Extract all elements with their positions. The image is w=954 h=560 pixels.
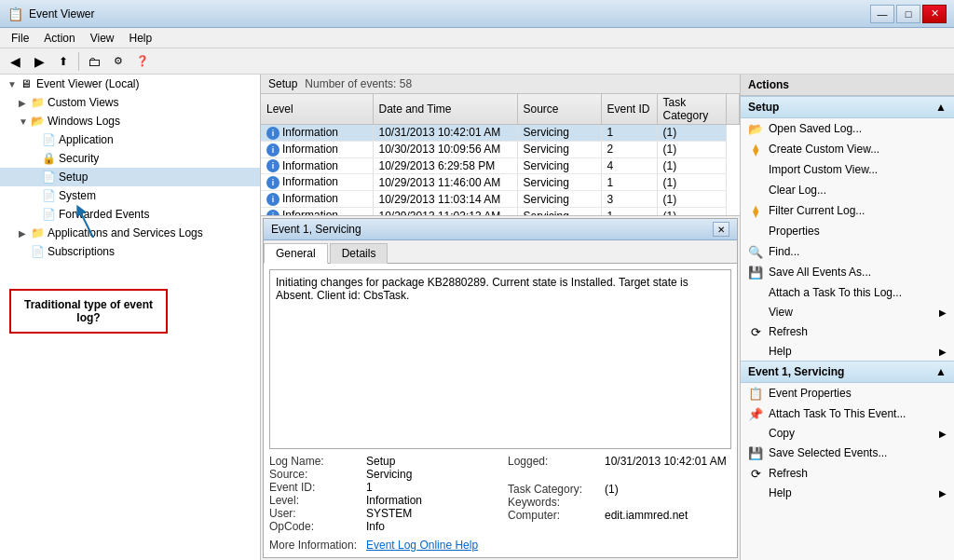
tree-item-app-services[interactable]: ▶ 📁 Applications and Services Logs — [0, 224, 260, 242]
action-refresh-event[interactable]: ⟳ Refresh — [741, 463, 954, 484]
tree-item-forwarded[interactable]: 📄 Forwarded Events — [0, 205, 260, 224]
action-open-saved-log[interactable]: 📂 Open Saved Log... — [741, 118, 954, 139]
minimize-button[interactable]: — — [870, 5, 894, 23]
cell-level: iInformation — [261, 174, 373, 191]
event-table: Level Date and Time Source Event ID Task… — [261, 94, 740, 215]
action-refresh-setup[interactable]: ⟳ Refresh — [741, 321, 954, 342]
action-filter-current-log[interactable]: ⧫ Filter Current Log... — [741, 200, 954, 221]
user-label: User: — [269, 507, 362, 520]
open-folder-icon: 📂 — [30, 114, 45, 129]
setup-section-header: Setup ▲ — [741, 96, 954, 118]
event-props-icon: 📋 — [748, 386, 763, 401]
tree-item-setup[interactable]: 📄 Setup — [0, 168, 260, 186]
action-save-selected-events[interactable]: 💾 Save Selected Events... — [741, 443, 954, 463]
open-icon: 📂 — [748, 121, 763, 136]
table-row[interactable]: iInformation 10/30/2013 10:09:56 AM Serv… — [261, 141, 740, 157]
source-value: Servicing — [366, 468, 412, 481]
cell-taskcategory: (1) — [657, 174, 727, 191]
cell-source: Servicing — [517, 141, 601, 157]
action-label: Attach a Task To this Log... — [769, 286, 902, 299]
tree-item-security[interactable]: 🔒 Security — [0, 149, 260, 168]
action-properties[interactable]: Properties — [741, 221, 954, 241]
col-datetime[interactable]: Date and Time — [373, 94, 517, 125]
dialog-close-button[interactable]: ✕ — [713, 222, 729, 237]
action-view[interactable]: View ▶ — [741, 303, 954, 321]
toolbar-open[interactable]: 🗀 — [83, 51, 105, 72]
toolbar-forward[interactable]: ▶ — [28, 51, 50, 72]
event-section-header: Event 1, Servicing ▲ — [741, 361, 954, 383]
cell-taskcategory: (1) — [657, 157, 727, 174]
action-clear-log[interactable]: Clear Log... — [741, 180, 954, 200]
action-label: Properties — [769, 225, 820, 238]
toolbar-up[interactable]: ⬆ — [52, 51, 75, 72]
table-row[interactable]: iInformation 10/29/2013 6:29:58 PM Servi… — [261, 157, 740, 174]
task-cat-value: (1) — [605, 483, 619, 496]
level-value: Information — [366, 494, 422, 507]
tree-item-event-viewer[interactable]: ▼ 🖥 Event Viewer (Local) — [0, 75, 260, 93]
tree-item-subscriptions[interactable]: 📄 Subscriptions — [0, 242, 260, 261]
table-row[interactable]: iInformation 10/29/2013 11:03:14 AM Serv… — [261, 191, 740, 208]
event-section-collapse[interactable]: ▲ — [935, 365, 947, 378]
menu-help[interactable]: Help — [122, 30, 160, 47]
action-help-setup[interactable]: Help ▶ — [741, 342, 954, 361]
action-event-properties[interactable]: 📋 Event Properties — [741, 383, 954, 403]
submenu-arrow-icon: ▶ — [939, 347, 947, 357]
setup-section-collapse[interactable]: ▲ — [935, 101, 947, 114]
level-label: Level: — [269, 494, 362, 507]
computer-value: edit.iammred.net — [605, 509, 688, 522]
info-icon: i — [266, 193, 279, 206]
maximize-button[interactable]: □ — [896, 5, 920, 23]
cell-taskcategory: (1) — [657, 208, 727, 215]
filter-icon: ⧫ — [748, 203, 763, 218]
action-save-all-events[interactable]: 💾 Save All Events As... — [741, 262, 954, 282]
action-create-custom-view[interactable]: ⧫ Create Custom View... — [741, 139, 954, 159]
toolbar-help[interactable]: ❓ — [131, 51, 154, 72]
event-section-title: Event 1, Servicing — [748, 365, 844, 378]
close-button[interactable]: ✕ — [922, 5, 947, 23]
main-layout: ▼ 🖥 Event Viewer (Local) ▶ 📁 Custom View… — [0, 75, 954, 560]
cell-eventid: 3 — [601, 191, 657, 208]
col-eventid[interactable]: Event ID — [601, 94, 657, 125]
menu-file[interactable]: File — [4, 30, 36, 47]
table-row[interactable]: iInformation 10/29/2013 11:46:00 AM Serv… — [261, 174, 740, 191]
tree-item-custom-views[interactable]: ▶ 📁 Custom Views — [0, 93, 260, 112]
action-label: Import Custom View... — [769, 163, 878, 176]
more-info-row: More Information: Event Log Online Help — [269, 539, 731, 552]
info-icon: i — [266, 159, 279, 172]
tree-item-windows-logs[interactable]: ▼ 📂 Windows Logs — [0, 112, 260, 130]
menu-view[interactable]: View — [83, 30, 122, 47]
event-message: Initiating changes for package KB2880289… — [276, 276, 688, 302]
action-find[interactable]: 🔍 Find... — [741, 241, 954, 262]
info-icon: i — [266, 176, 279, 189]
col-scroll-spacer — [727, 94, 740, 125]
event-log-online-help-link[interactable]: Event Log Online Help — [366, 539, 478, 552]
col-level[interactable]: Level — [261, 94, 373, 125]
opcode-value: Info — [366, 520, 385, 533]
action-attach-task-event[interactable]: 📌 Attach Task To This Event... — [741, 403, 954, 424]
col-source[interactable]: Source — [517, 94, 601, 125]
action-label: Filter Current Log... — [769, 204, 865, 217]
tree-label: System — [59, 189, 96, 202]
toolbar-properties[interactable]: ⚙ — [107, 51, 129, 72]
dialog-title: Event 1, Servicing — [271, 223, 361, 236]
table-row[interactable]: iInformation 10/29/2013 11:03:13 AM Serv… — [261, 208, 740, 215]
table-row[interactable]: iInformation 10/31/2013 10:42:01 AM Serv… — [261, 125, 740, 142]
action-attach-task-log[interactable]: Attach a Task To this Log... — [741, 282, 954, 303]
submenu-arrow-icon: ▶ — [939, 307, 947, 318]
tree-item-application[interactable]: 📄 Application — [0, 130, 260, 149]
action-help-event[interactable]: Help ▶ — [741, 484, 954, 502]
menu-action[interactable]: Action — [36, 30, 82, 47]
col-taskcategory[interactable]: Task Category — [657, 94, 727, 125]
tab-details[interactable]: Details — [330, 243, 388, 264]
log-icon: 📄 — [41, 132, 56, 147]
tab-general[interactable]: General — [264, 243, 328, 264]
cell-taskcategory: (1) — [657, 125, 727, 142]
action-import-custom-view[interactable]: Import Custom View... — [741, 159, 954, 180]
cell-level: iInformation — [261, 125, 373, 142]
find-icon: 🔍 — [748, 244, 763, 259]
toolbar-back[interactable]: ◀ — [4, 51, 26, 72]
tree-item-system[interactable]: 📄 System — [0, 186, 260, 205]
action-copy[interactable]: Copy ▶ — [741, 424, 954, 443]
cell-level: iInformation — [261, 208, 373, 215]
event-table-scroll[interactable]: Level Date and Time Source Event ID Task… — [261, 94, 740, 215]
